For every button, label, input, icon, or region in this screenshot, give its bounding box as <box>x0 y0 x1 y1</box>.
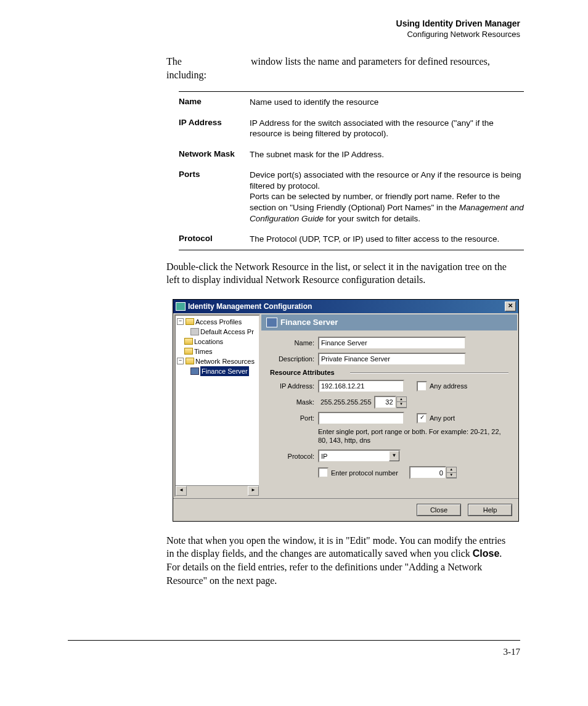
def-desc: The Protocol (UDP, TCP, or IP) used to f… <box>250 234 524 245</box>
checkbox-icon[interactable] <box>417 381 427 392</box>
close-button[interactable]: Close <box>417 504 461 516</box>
any-port-checkbox[interactable]: ✓ Any port <box>417 413 455 424</box>
page-header: Using Identity Driven Manager Configurin… <box>68 18 520 39</box>
mask-spinner[interactable]: ▲▼ <box>396 396 407 408</box>
horizontal-scrollbar[interactable]: ◄ ► <box>176 485 259 496</box>
resource-attributes-label: Resource Attributes <box>270 369 508 376</box>
def-term: IP Address <box>179 118 250 139</box>
def-desc: Name used to identify the resource <box>250 97 524 108</box>
table-row: Network Mask The subnet mask for the IP … <box>179 144 524 165</box>
def-desc: Device port(s) associated with the resou… <box>250 170 524 224</box>
intro-paragraph: The window lists the name and parameters… <box>166 55 514 81</box>
window-title: Identity Management Configuration <box>188 302 312 311</box>
header-title: Using Identity Driven Manager <box>68 18 520 28</box>
resource-icon <box>266 318 277 327</box>
def-term: Name <box>179 97 250 108</box>
description-label: Description: <box>270 355 318 363</box>
checkbox-icon[interactable]: ✓ <box>417 413 427 424</box>
button-row: Close Help <box>173 498 518 521</box>
def-term: Protocol <box>179 234 250 245</box>
folder-icon <box>184 348 193 355</box>
tree-node-network-resources[interactable]: − Network Resources <box>177 356 258 366</box>
close-bold: Close <box>473 548 500 559</box>
note-paragraph: Note that when you open the window, it i… <box>166 534 514 587</box>
folder-icon <box>186 318 194 325</box>
chevron-down-icon[interactable]: ▼ <box>389 451 399 461</box>
table-row: IP Address IP Address for the switch ass… <box>179 113 524 144</box>
spinner-down-icon[interactable]: ▼ <box>447 473 456 478</box>
description-field[interactable] <box>318 353 466 366</box>
panel-header: Finance Server <box>261 314 517 330</box>
tree-node-access-profiles[interactable]: − Access Profiles <box>177 317 258 327</box>
folder-icon <box>186 358 194 364</box>
def-desc: The subnet mask for the IP Address. <box>250 149 524 160</box>
mask-bits-field[interactable] <box>374 396 396 409</box>
def-term: Network Mask <box>179 149 250 160</box>
tree-node-finance-server[interactable]: Finance Server <box>177 366 258 376</box>
scroll-right-icon[interactable]: ► <box>248 486 259 496</box>
collapse-icon[interactable]: − <box>177 318 184 325</box>
checkbox-icon[interactable] <box>318 467 329 478</box>
definitions-table: Name Name used to identify the resource … <box>179 91 524 250</box>
scroll-left-icon[interactable]: ◄ <box>176 486 187 496</box>
detail-panel: Finance Server Name: Description: Resour… <box>261 314 517 497</box>
collapse-icon[interactable]: − <box>177 358 184 364</box>
resource-icon <box>190 367 199 375</box>
close-icon[interactable]: ✕ <box>505 302 516 311</box>
spinner-up-icon[interactable]: ▲ <box>397 397 406 403</box>
folder-icon <box>184 338 193 345</box>
table-row: Ports Device port(s) associated with the… <box>179 165 524 229</box>
mask-value: 255.255.255.255 <box>318 398 374 406</box>
tree-panel[interactable]: − Access Profiles Default Access Pr Loca… <box>174 314 260 497</box>
ip-label: IP Address: <box>270 382 318 390</box>
port-field[interactable] <box>318 412 404 425</box>
profile-icon <box>190 328 199 335</box>
spinner-up-icon[interactable]: ▲ <box>447 467 456 473</box>
mid-paragraph: Double-click the Network Resource in the… <box>166 260 514 287</box>
intro-suffix: window lists the name and parameters for… <box>166 56 490 80</box>
protocol-dropdown[interactable]: IP ▼ <box>318 449 401 462</box>
protocol-label: Protocol: <box>270 453 318 460</box>
intro-prefix: The <box>166 56 182 67</box>
any-address-checkbox[interactable]: Any address <box>417 381 467 392</box>
panel-title: Finance Server <box>280 318 338 327</box>
header-subtitle: Configuring Network Resources <box>68 30 520 39</box>
table-row: Name Name used to identify the resource <box>179 92 524 113</box>
page-number: 3-17 <box>0 647 520 657</box>
tree-node-default-access[interactable]: Default Access Pr <box>177 327 258 337</box>
tree-node-locations[interactable]: Locations <box>177 337 258 347</box>
table-row: Protocol The Protocol (UDP, TCP, or IP) … <box>179 229 524 250</box>
help-button[interactable]: Help <box>468 504 512 516</box>
name-field[interactable] <box>318 337 466 350</box>
spinner-down-icon[interactable]: ▼ <box>397 402 406 408</box>
footer-rule <box>68 640 520 641</box>
protocol-spinner[interactable]: ▲▼ <box>446 467 457 478</box>
tree-node-times[interactable]: Times <box>177 347 258 356</box>
app-icon <box>176 302 186 311</box>
ip-address-field[interactable] <box>318 380 404 393</box>
protocol-number-field[interactable] <box>409 466 446 479</box>
def-desc: IP Address for the switch associated wit… <box>250 118 524 139</box>
name-label: Name: <box>270 339 318 347</box>
def-term: Ports <box>179 170 250 224</box>
port-label: Port: <box>270 414 318 422</box>
enter-protocol-checkbox[interactable]: Enter protocol number <box>318 467 398 478</box>
titlebar[interactable]: Identity Management Configuration ✕ <box>173 300 518 313</box>
mask-label: Mask: <box>270 398 318 406</box>
port-hint: Enter single port, port range or both. F… <box>318 428 508 445</box>
app-window: Identity Management Configuration ✕ − Ac… <box>173 299 519 522</box>
